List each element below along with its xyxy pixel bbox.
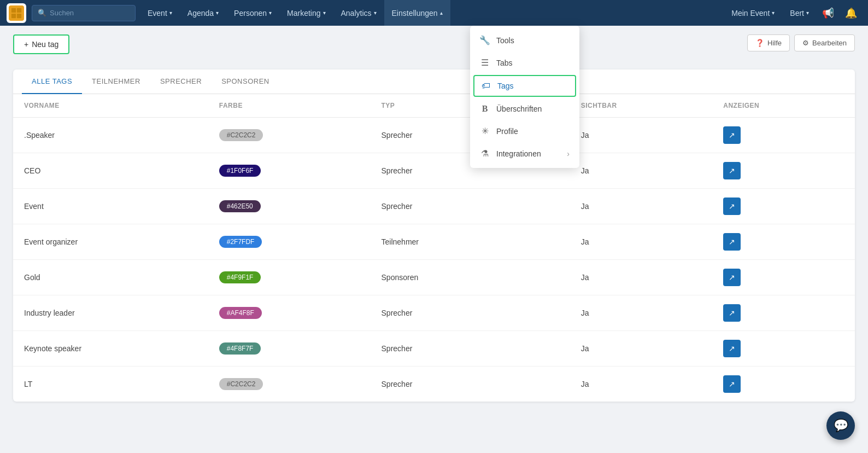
anzeigen-button[interactable]: ↗ [723, 126, 741, 144]
nav-label-marketing: Marketing [287, 9, 320, 18]
tab-bar: ALLE TAGS TEILNEHMER SPRECHER SPONSOREN [13, 69, 855, 94]
cell-farbe: #2F7FDF [208, 224, 371, 260]
logo[interactable] [7, 3, 26, 23]
cell-anzeigen: ↗ [712, 295, 855, 331]
nav-bert[interactable]: Bert ▾ [783, 0, 816, 26]
cell-anzeigen: ↗ [712, 118, 855, 153]
einstellungen-dropdown: 🔧 Tools ☰ Tabs 🏷 Tags B Überschriften ✳ … [470, 26, 579, 168]
page-content: + Neu tag ❓ Hilfe ⚙ Bearbeiten ALLE TAGS… [0, 26, 868, 410]
anzeigen-button[interactable]: ↗ [723, 162, 741, 179]
search-box[interactable]: 🔍 [32, 5, 136, 21]
color-badge: #AF4F8F [219, 307, 262, 319]
anzeigen-button[interactable]: ↗ [723, 375, 741, 393]
external-link-icon: ↗ [729, 273, 735, 282]
cell-farbe: #462E50 [208, 189, 371, 224]
chevron-down-icon: ▾ [269, 10, 272, 16]
megaphone-icon[interactable]: 📢 [818, 0, 838, 26]
dropdown-item-tools[interactable]: 🔧 Tools [470, 29, 579, 51]
external-link-icon: ↗ [729, 166, 735, 175]
cell-farbe: #C2C2C2 [208, 118, 371, 153]
new-tag-button[interactable]: + Neu tag [13, 34, 69, 54]
nav-item-analytics[interactable]: Analytics ▾ [333, 0, 384, 26]
nav-item-event[interactable]: Event ▾ [140, 0, 180, 26]
cell-farbe: #4F8F7F [208, 331, 371, 367]
cell-name: Keynote speaker [13, 331, 208, 367]
chevron-down-icon: ▾ [806, 10, 809, 16]
external-link-icon: ↗ [729, 237, 735, 246]
mein-event-label: Mein Event [731, 9, 770, 18]
navbar: 🔍 Event ▾ Agenda ▾ Personen ▾ Marketing … [0, 0, 868, 26]
nav-item-marketing[interactable]: Marketing ▾ [279, 0, 333, 26]
plus-icon: + [24, 40, 28, 49]
cell-empty [516, 367, 570, 402]
external-link-icon: ↗ [729, 131, 735, 140]
cell-name: Event organizer [13, 224, 208, 260]
table-row: CEO #1F0F6F Sprecher Ja ↗ [13, 153, 855, 189]
anzeigen-button[interactable]: ↗ [723, 340, 741, 357]
cell-sichtbar: Ja [570, 260, 713, 295]
dropdown-item-tags[interactable]: 🏷 Tags [473, 75, 576, 97]
external-link-icon: ↗ [729, 344, 735, 353]
nav-label-analytics: Analytics [341, 9, 372, 18]
tab-sponsoren[interactable]: SPONSOREN [212, 69, 279, 94]
anzeigen-button[interactable]: ↗ [723, 269, 741, 286]
dropdown-item-profile[interactable]: ✳ Profile [470, 120, 579, 142]
cell-name: Event [13, 189, 208, 224]
asterisk-icon: ✳ [480, 126, 490, 136]
table-row: .Speaker #C2C2C2 Sprecher Ja ↗ [13, 118, 855, 153]
flask-icon: ⚗ [480, 148, 490, 159]
bearbeiten-button[interactable]: ⚙ Bearbeiten [794, 34, 855, 51]
tab-teilnehmer[interactable]: TEILNEHMER [82, 69, 150, 94]
nav-mein-event[interactable]: Mein Event ▾ [725, 0, 781, 26]
cell-typ: Sprecher [371, 331, 517, 367]
anzeigen-button[interactable]: ↗ [723, 304, 741, 322]
cell-typ: Sprecher [371, 367, 517, 402]
chevron-down-icon: ▾ [169, 10, 172, 16]
nav-item-agenda[interactable]: Agenda ▾ [180, 0, 226, 26]
bert-label: Bert [790, 9, 804, 18]
cell-typ: Sprecher [371, 295, 517, 331]
cell-empty [516, 260, 570, 295]
search-input[interactable] [50, 9, 130, 17]
svg-rect-0 [11, 8, 16, 12]
dropdown-item-ueberschriften[interactable]: B Überschriften [470, 98, 579, 120]
cell-anzeigen: ↗ [712, 189, 855, 224]
dropdown-item-integrationen[interactable]: ⚗ Integrationen › [470, 142, 579, 165]
tab-alle-tags-label: ALLE TAGS [32, 77, 72, 85]
tools-icon: 🔧 [480, 35, 490, 45]
color-badge: #C2C2C2 [219, 129, 263, 141]
dropdown-label-tabs: Tabs [496, 59, 513, 67]
table-row: Gold #4F9F1F Sponsoren Ja ↗ [13, 260, 855, 295]
table-row: Event #462E50 Sprecher Ja ↗ [13, 189, 855, 224]
anzeigen-button[interactable]: ↗ [723, 233, 741, 251]
action-bar: ❓ Hilfe ⚙ Bearbeiten [747, 34, 855, 51]
main-card: ALLE TAGS TEILNEHMER SPRECHER SPONSOREN … [13, 69, 855, 402]
chevron-down-icon: ▾ [216, 10, 219, 16]
external-link-icon: ↗ [729, 202, 735, 211]
tab-sprecher[interactable]: SPRECHER [150, 69, 212, 94]
dropdown-label-tools: Tools [496, 36, 514, 45]
cell-sichtbar: Ja [570, 118, 713, 153]
cell-anzeigen: ↗ [712, 224, 855, 260]
dropdown-item-tabs[interactable]: ☰ Tabs [470, 51, 579, 74]
logo-inner [9, 5, 24, 21]
bell-icon[interactable]: 🔔 [841, 0, 861, 26]
cell-sichtbar: Ja [570, 153, 713, 189]
external-link-icon: ↗ [729, 380, 735, 388]
cell-anzeigen: ↗ [712, 260, 855, 295]
anzeigen-button[interactable]: ↗ [723, 198, 741, 215]
nav-item-personen[interactable]: Personen ▾ [226, 0, 279, 26]
help-button[interactable]: ❓ Hilfe [747, 34, 790, 51]
nav-label-einstellungen: Einstellungen [392, 9, 438, 18]
tab-alle-tags[interactable]: ALLE TAGS [22, 69, 82, 94]
table-header: VORNAME FARBE TYP SICHTBAR ANZEIGEN [13, 94, 855, 118]
nav-item-einstellungen[interactable]: Einstellungen ▴ [384, 0, 450, 26]
tags-table: VORNAME FARBE TYP SICHTBAR ANZEIGEN .Spe… [13, 94, 855, 402]
cell-farbe: #C2C2C2 [208, 367, 371, 402]
chevron-up-icon: ▴ [440, 10, 443, 16]
cell-sichtbar: Ja [570, 367, 713, 402]
table-body: .Speaker #C2C2C2 Sprecher Ja ↗ CEO #1F0F… [13, 118, 855, 402]
color-badge: #C2C2C2 [219, 378, 263, 390]
color-badge: #462E50 [219, 200, 261, 212]
chevron-right-icon: › [567, 149, 570, 158]
